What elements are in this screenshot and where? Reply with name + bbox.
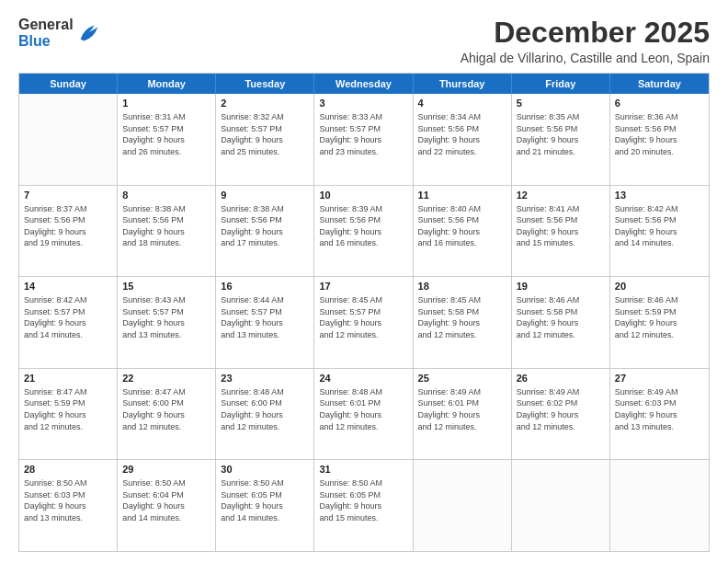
- cell-info-text: Sunrise: 8:43 AMSunset: 5:57 PMDaylight:…: [122, 294, 210, 340]
- cell-info-text: Sunrise: 8:48 AMSunset: 6:00 PMDaylight:…: [221, 386, 309, 432]
- cal-week-1: 1Sunrise: 8:31 AMSunset: 5:57 PMDaylight…: [19, 94, 709, 186]
- cell-date-number: 7: [24, 189, 112, 202]
- cell-info-text: Sunrise: 8:32 AMSunset: 5:57 PMDaylight:…: [221, 111, 309, 157]
- cell-date-number: 12: [517, 189, 605, 202]
- cell-date-number: 26: [517, 372, 605, 385]
- cal-cell: 24Sunrise: 8:48 AMSunset: 6:01 PMDayligh…: [314, 369, 413, 460]
- cal-cell: 9Sunrise: 8:38 AMSunset: 5:56 PMDaylight…: [216, 186, 314, 277]
- cal-cell: 29Sunrise: 8:50 AMSunset: 6:04 PMDayligh…: [118, 460, 216, 551]
- cal-cell: 27Sunrise: 8:49 AMSunset: 6:03 PMDayligh…: [610, 369, 709, 460]
- cell-info-text: Sunrise: 8:50 AMSunset: 6:05 PMDaylight:…: [319, 477, 407, 523]
- cell-info-text: Sunrise: 8:34 AMSunset: 5:56 PMDaylight:…: [418, 111, 506, 157]
- logo-general: General: [18, 17, 74, 32]
- cell-info-text: Sunrise: 8:49 AMSunset: 6:01 PMDaylight:…: [418, 386, 506, 432]
- cell-date-number: 31: [319, 463, 407, 477]
- cell-info-text: Sunrise: 8:35 AMSunset: 5:56 PMDaylight:…: [517, 111, 605, 157]
- cal-header-sunday: Sunday: [19, 74, 118, 94]
- cell-info-text: Sunrise: 8:49 AMSunset: 6:02 PMDaylight:…: [517, 386, 605, 432]
- cell-info-text: Sunrise: 8:42 AMSunset: 5:56 PMDaylight:…: [615, 203, 704, 249]
- cal-cell: 18Sunrise: 8:45 AMSunset: 5:58 PMDayligh…: [414, 277, 512, 368]
- cell-date-number: 25: [418, 372, 506, 385]
- cell-date-number: 17: [319, 280, 407, 293]
- cell-info-text: Sunrise: 8:46 AMSunset: 5:59 PMDaylight:…: [615, 294, 704, 340]
- cell-date-number: 1: [122, 97, 210, 110]
- cal-cell: 23Sunrise: 8:48 AMSunset: 6:00 PMDayligh…: [216, 369, 314, 460]
- cal-cell: 25Sunrise: 8:49 AMSunset: 6:01 PMDayligh…: [414, 369, 512, 460]
- cell-info-text: Sunrise: 8:46 AMSunset: 5:58 PMDaylight:…: [517, 294, 605, 340]
- cell-date-number: 19: [517, 280, 605, 293]
- cal-cell: 22Sunrise: 8:47 AMSunset: 6:00 PMDayligh…: [118, 369, 216, 460]
- cal-cell: 8Sunrise: 8:38 AMSunset: 5:56 PMDaylight…: [118, 186, 216, 277]
- cell-date-number: 28: [24, 463, 112, 477]
- cal-cell: 1Sunrise: 8:31 AMSunset: 5:57 PMDaylight…: [118, 94, 216, 185]
- cal-cell: [512, 460, 610, 551]
- cal-cell: 21Sunrise: 8:47 AMSunset: 5:59 PMDayligh…: [19, 369, 118, 460]
- header: General Blue December 2025 Ahigal de Vil…: [18, 17, 710, 65]
- cell-date-number: 3: [319, 97, 407, 110]
- cell-info-text: Sunrise: 8:33 AMSunset: 5:57 PMDaylight:…: [319, 111, 407, 157]
- cal-cell: 12Sunrise: 8:41 AMSunset: 5:56 PMDayligh…: [512, 186, 610, 277]
- cal-cell: 6Sunrise: 8:36 AMSunset: 5:56 PMDaylight…: [610, 94, 709, 185]
- cell-info-text: Sunrise: 8:38 AMSunset: 5:56 PMDaylight:…: [221, 203, 309, 249]
- cell-date-number: 30: [221, 463, 309, 477]
- cell-info-text: Sunrise: 8:50 AMSunset: 6:03 PMDaylight:…: [24, 477, 112, 523]
- cell-date-number: 20: [615, 280, 704, 293]
- cal-cell: 28Sunrise: 8:50 AMSunset: 6:03 PMDayligh…: [19, 460, 118, 551]
- cal-cell: 30Sunrise: 8:50 AMSunset: 6:05 PMDayligh…: [216, 460, 314, 551]
- cell-info-text: Sunrise: 8:47 AMSunset: 5:59 PMDaylight:…: [24, 386, 112, 432]
- page: General Blue December 2025 Ahigal de Vil…: [0, 0, 728, 563]
- cell-info-text: Sunrise: 8:42 AMSunset: 5:57 PMDaylight:…: [24, 294, 112, 340]
- cal-week-2: 7Sunrise: 8:37 AMSunset: 5:56 PMDaylight…: [19, 186, 709, 278]
- cal-cell: 16Sunrise: 8:44 AMSunset: 5:57 PMDayligh…: [216, 277, 314, 368]
- cal-cell: 17Sunrise: 8:45 AMSunset: 5:57 PMDayligh…: [314, 277, 413, 368]
- cell-info-text: Sunrise: 8:47 AMSunset: 6:00 PMDaylight:…: [122, 386, 210, 432]
- cal-cell: 31Sunrise: 8:50 AMSunset: 6:05 PMDayligh…: [314, 460, 413, 551]
- cal-week-3: 14Sunrise: 8:42 AMSunset: 5:57 PMDayligh…: [19, 277, 709, 369]
- cell-info-text: Sunrise: 8:39 AMSunset: 5:56 PMDaylight:…: [319, 203, 407, 249]
- cal-cell: 4Sunrise: 8:34 AMSunset: 5:56 PMDaylight…: [414, 94, 512, 185]
- cal-cell: 20Sunrise: 8:46 AMSunset: 5:59 PMDayligh…: [610, 277, 709, 368]
- cal-cell: 26Sunrise: 8:49 AMSunset: 6:02 PMDayligh…: [512, 369, 610, 460]
- cal-cell: 2Sunrise: 8:32 AMSunset: 5:57 PMDaylight…: [216, 94, 314, 185]
- cell-date-number: 15: [122, 280, 210, 293]
- cell-date-number: 18: [418, 280, 506, 293]
- cell-date-number: 23: [221, 372, 309, 385]
- cal-cell: 10Sunrise: 8:39 AMSunset: 5:56 PMDayligh…: [314, 186, 413, 277]
- cell-date-number: 24: [319, 372, 407, 385]
- calendar: SundayMondayTuesdayWednesdayThursdayFrid…: [18, 73, 710, 552]
- cell-info-text: Sunrise: 8:41 AMSunset: 5:56 PMDaylight:…: [517, 203, 605, 249]
- cal-cell: [414, 460, 512, 551]
- cal-week-4: 21Sunrise: 8:47 AMSunset: 5:59 PMDayligh…: [19, 369, 709, 461]
- cal-cell: 3Sunrise: 8:33 AMSunset: 5:57 PMDaylight…: [314, 94, 413, 185]
- cal-cell: 5Sunrise: 8:35 AMSunset: 5:56 PMDaylight…: [512, 94, 610, 185]
- cal-cell: 7Sunrise: 8:37 AMSunset: 5:56 PMDaylight…: [19, 186, 118, 277]
- cell-date-number: 9: [221, 189, 309, 202]
- cell-date-number: 6: [615, 97, 704, 110]
- cell-info-text: Sunrise: 8:44 AMSunset: 5:57 PMDaylight:…: [221, 294, 309, 340]
- logo-blue: Blue: [18, 33, 51, 49]
- cell-info-text: Sunrise: 8:31 AMSunset: 5:57 PMDaylight:…: [122, 111, 210, 157]
- cell-date-number: 5: [517, 97, 605, 110]
- cal-cell: 13Sunrise: 8:42 AMSunset: 5:56 PMDayligh…: [610, 186, 709, 277]
- calendar-header-row: SundayMondayTuesdayWednesdayThursdayFrid…: [19, 74, 709, 94]
- cal-cell: [19, 94, 118, 185]
- cell-info-text: Sunrise: 8:48 AMSunset: 6:01 PMDaylight:…: [319, 386, 407, 432]
- cell-date-number: 27: [615, 372, 704, 385]
- cell-info-text: Sunrise: 8:50 AMSunset: 6:04 PMDaylight:…: [122, 477, 210, 523]
- cell-info-text: Sunrise: 8:36 AMSunset: 5:56 PMDaylight:…: [615, 111, 704, 157]
- cell-info-text: Sunrise: 8:37 AMSunset: 5:56 PMDaylight:…: [24, 203, 112, 249]
- cal-cell: 19Sunrise: 8:46 AMSunset: 5:58 PMDayligh…: [512, 277, 610, 368]
- cal-header-thursday: Thursday: [414, 74, 512, 94]
- cell-date-number: 16: [221, 280, 309, 293]
- cal-header-saturday: Saturday: [610, 74, 709, 94]
- cell-info-text: Sunrise: 8:40 AMSunset: 5:56 PMDaylight:…: [418, 203, 506, 249]
- cell-date-number: 8: [122, 189, 210, 202]
- cell-date-number: 29: [122, 463, 210, 477]
- cell-info-text: Sunrise: 8:45 AMSunset: 5:57 PMDaylight:…: [319, 294, 407, 340]
- cell-date-number: 13: [615, 189, 704, 202]
- cal-week-5: 28Sunrise: 8:50 AMSunset: 6:03 PMDayligh…: [19, 460, 709, 551]
- cal-header-tuesday: Tuesday: [216, 74, 314, 94]
- cal-cell: 15Sunrise: 8:43 AMSunset: 5:57 PMDayligh…: [118, 277, 216, 368]
- cal-header-monday: Monday: [118, 74, 216, 94]
- title-block: December 2025 Ahigal de Villarino, Casti…: [461, 17, 710, 65]
